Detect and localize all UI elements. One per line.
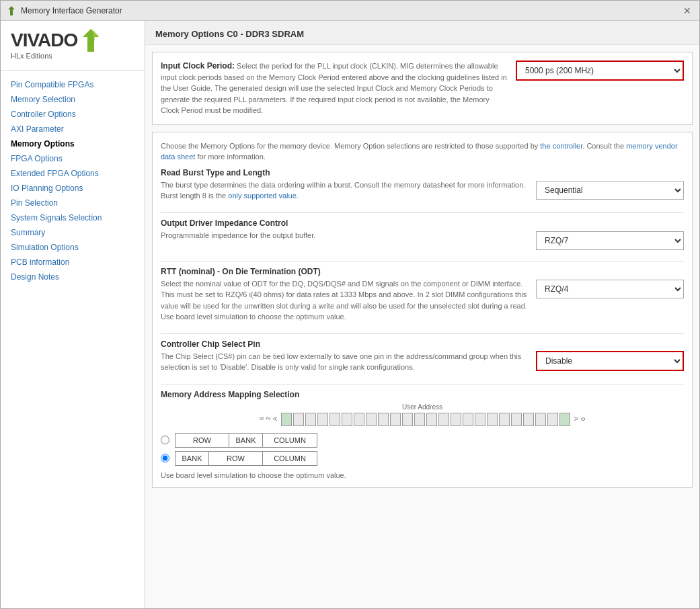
addr-bit — [487, 413, 498, 426]
hlx-text: HLx Editions — [11, 52, 134, 60]
vivado-logo-text: VIVADO — [11, 30, 77, 51]
sidebar-item-extended-fpga[interactable]: Extended FPGA Options — [1, 166, 145, 181]
rtt-select[interactable]: RZQ/4RZQ/6RZQ/2Disable — [536, 280, 684, 298]
rtt-title: RTT (nominal) - On Die Termination (ODT) — [161, 267, 684, 276]
read-burst-select[interactable]: SequentialInterleaved — [536, 181, 684, 200]
col-cell: COLUMN — [263, 434, 317, 447]
row-cell: ROW — [176, 434, 229, 447]
sidebar-item-io-planning[interactable]: IO Planning Options — [1, 181, 145, 196]
output-driver-desc: Programmable impedance for the output bu… — [161, 230, 529, 241]
sidebar-logo: VIVADO HLx Editions — [1, 21, 145, 71]
read-burst-desc-text: The burst type determines the data order… — [161, 181, 525, 200]
read-burst-desc: The burst type determines the data order… — [161, 179, 529, 202]
title-bar-text: Memory Interface Generator — [21, 6, 680, 15]
user-address-label: User Address — [161, 403, 684, 411]
addr-bit — [451, 413, 461, 426]
rtt-desc: Select the nominal value of ODT for the … — [161, 278, 529, 323]
col-cell-2: COLUMN — [263, 452, 317, 465]
sidebar-item-fpga-options[interactable]: FPGA Options — [1, 151, 145, 166]
chip-select-select[interactable]: DisableEnable — [536, 351, 684, 371]
memory-options-desc: Choose the Memory Options for the memory… — [161, 140, 684, 163]
addr-bit — [366, 413, 377, 426]
addr-bit — [547, 413, 558, 426]
addr-bit — [438, 413, 449, 426]
sidebar-item-system-signals[interactable]: System Signals Selection — [1, 210, 145, 225]
sidebar-item-memory-selection[interactable]: Memory Selection — [1, 92, 145, 107]
addr-bit — [499, 413, 510, 426]
input-clock-section: Input Clock Period: Select the period fo… — [152, 52, 693, 125]
output-driver-select[interactable]: RZQ/7RZQ/6 — [536, 231, 684, 250]
addr-bit — [293, 413, 304, 426]
addr-label-right: A0 — [573, 417, 586, 421]
addr-bit — [317, 413, 328, 426]
sidebar-item-summary[interactable]: Summary — [1, 225, 145, 240]
app-icon — [6, 5, 17, 16]
sidebar: VIVADO HLx Editions Pin Compatible FPGAs… — [1, 21, 145, 608]
chip-select-row: Controller Chip Select Pin The Chip Sele… — [161, 339, 684, 373]
input-clock-bold: Input Clock Period: — [161, 61, 235, 71]
address-diagram: User Address A26 — [161, 403, 684, 426]
read-burst-row: Read Burst Type and Length The burst typ… — [161, 168, 684, 202]
addr-bit — [523, 413, 534, 426]
divider-3 — [161, 333, 684, 334]
main-content: VIVADO HLx Editions Pin Compatible FPGAs… — [1, 21, 699, 608]
addr-label-left: A26 — [258, 417, 278, 421]
addr-bit — [390, 413, 401, 426]
sidebar-nav: Pin Compatible FPGAsMemory SelectionCont… — [1, 71, 145, 608]
input-clock-select-wrapper: 5000 ps (200 MHz)4000 ps (250 MHz)6000 p… — [516, 60, 684, 81]
sidebar-item-design-notes[interactable]: Design Notes — [1, 270, 145, 284]
addr-bit — [378, 413, 389, 426]
radio-row-bank-row-col-2: BANK ROW COLUMN — [161, 451, 684, 466]
addr-bit — [305, 413, 316, 426]
sidebar-item-pin-selection[interactable]: Pin Selection — [1, 196, 145, 210]
addr-bit — [511, 413, 522, 426]
sidebar-item-simulation[interactable]: Simulation Options — [1, 240, 145, 255]
vivado-leaf-icon — [80, 28, 102, 53]
close-button[interactable]: ✕ — [680, 4, 694, 17]
output-driver-row: Output Driver Impedance Control Programm… — [161, 218, 684, 250]
chip-select-title: Controller Chip Select Pin — [161, 339, 684, 349]
bank-cell-2: BANK — [176, 452, 209, 465]
addr-table-bank-row-col: BANK ROW COLUMN — [175, 451, 317, 466]
rtt-select-block: RZQ/4RZQ/6RZQ/2Disable — [536, 278, 684, 298]
board-sim-note: Use board level simulation to choose the… — [161, 471, 684, 479]
sidebar-item-pcb-info[interactable]: PCB information — [1, 255, 145, 270]
addr-bit — [559, 413, 570, 426]
read-burst-title: Read Burst Type and Length — [161, 168, 684, 177]
read-burst-select-block: SequentialInterleaved — [536, 179, 684, 200]
addr-bit — [329, 413, 340, 426]
addr-bit — [426, 413, 437, 426]
title-bar: Memory Interface Generator ✕ — [1, 1, 699, 21]
input-clock-description: Input Clock Period: Select the period fo… — [161, 60, 509, 116]
radio-row-bank-col[interactable] — [161, 436, 169, 444]
content-header: Memory Options C0 - DDR3 SDRAM — [145, 21, 699, 45]
divider-2 — [161, 261, 684, 261]
content-area: Memory Options C0 - DDR3 SDRAM Input Clo… — [145, 21, 699, 608]
input-clock-select[interactable]: 5000 ps (200 MHz)4000 ps (250 MHz)6000 p… — [516, 60, 684, 81]
addr-bit — [342, 413, 352, 426]
app-window: Memory Interface Generator ✕ VIVADO HLx … — [0, 0, 700, 609]
sidebar-item-controller-options[interactable]: Controller Options — [1, 107, 145, 122]
memory-options-section: Choose the Memory Options for the memory… — [152, 132, 693, 488]
addr-bit — [475, 413, 485, 426]
address-mapping-section: Memory Address Mapping Selection User Ad… — [161, 390, 684, 479]
addr-bit — [535, 413, 546, 426]
addr-bit — [463, 413, 473, 426]
radio-row-bank-row-col: ROW BANK COLUMN — [161, 433, 684, 448]
address-bits: A26 — [161, 413, 684, 426]
radio-bank-row-col[interactable] — [161, 454, 169, 462]
output-driver-desc-text: Programmable impedance for the output bu… — [161, 231, 315, 239]
svg-marker-1 — [83, 29, 99, 52]
addr-bit — [354, 413, 364, 426]
address-mapping-title: Memory Address Mapping Selection — [161, 390, 684, 399]
output-driver-title: Output Driver Impedance Control — [161, 218, 684, 228]
sidebar-item-memory-options[interactable]: Memory Options — [1, 136, 145, 151]
sidebar-item-axi-parameter[interactable]: AXI Parameter — [1, 122, 145, 136]
chip-select-desc: The Chip Select (CS#) pin can be tied lo… — [161, 351, 529, 373]
rtt-row: RTT (nominal) - On Die Termination (ODT)… — [161, 267, 684, 323]
output-driver-select-block: RZQ/7RZQ/6 — [536, 230, 684, 250]
addr-table-row-bank-col: ROW BANK COLUMN — [175, 433, 317, 448]
sidebar-item-pin-compatible[interactable]: Pin Compatible FPGAs — [1, 77, 145, 92]
chip-select-control: DisableEnable — [536, 351, 684, 371]
bank-cell: BANK — [229, 434, 263, 447]
